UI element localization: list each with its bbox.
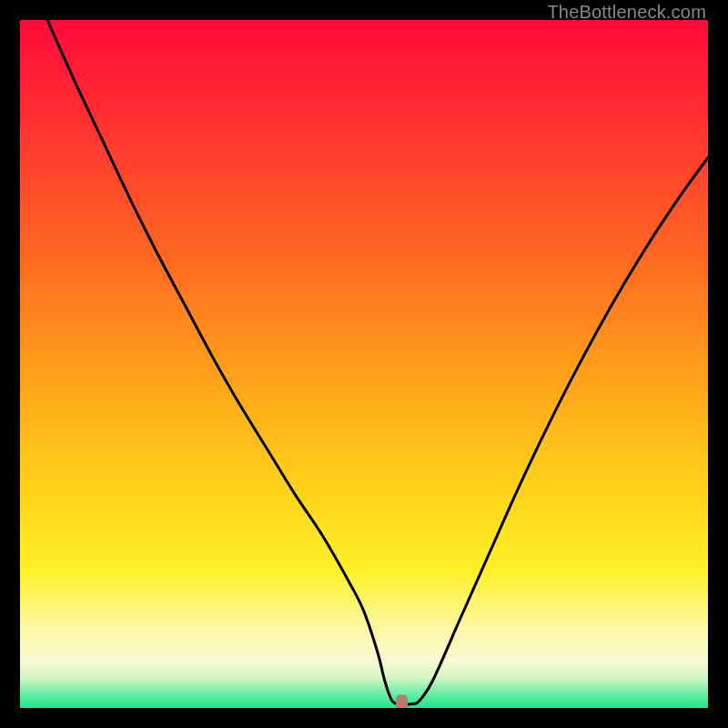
plot-area <box>20 20 708 708</box>
plot-svg <box>20 20 708 708</box>
chart-frame: TheBottleneck.com <box>0 0 728 728</box>
attribution-label: TheBottleneck.com <box>547 2 706 23</box>
gradient-background <box>20 20 708 708</box>
optimal-point-marker <box>396 694 408 708</box>
